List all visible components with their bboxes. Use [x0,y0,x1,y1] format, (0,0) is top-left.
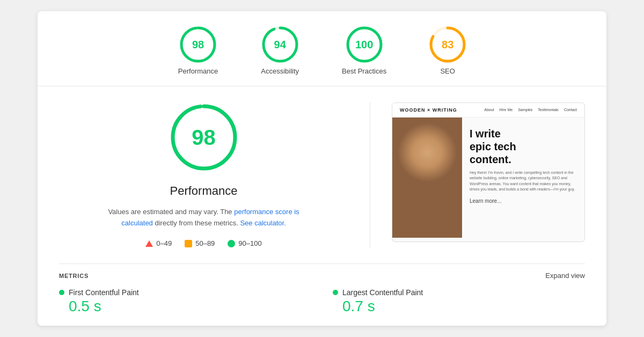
metrics-header: METRICS Expand view [59,263,585,288]
metrics-section: METRICS Expand view First Contentful Pai… [38,263,606,326]
nav-link-about: About [484,108,494,112]
headline-line3: content. [470,153,511,165]
expand-view-button[interactable]: Expand view [545,272,585,280]
score-value-seo: 83 [442,38,453,50]
metric-name-fcp: First Contentful Paint [69,288,139,297]
nav-link-samples: Samples [518,108,532,112]
perf-title: Performance [170,184,238,198]
preview-learn-more: Learn more... [470,198,577,204]
legend-item-average: 50–89 [185,239,215,247]
metric-name-lcp: Largest Contentful Paint [342,288,423,297]
score-seo[interactable]: 83 SEO [429,26,466,75]
score-value-accessibility: 94 [274,38,286,50]
score-value-best-practices: 100 [355,38,373,50]
metrics-grid: First Contentful Paint 0.5 s Largest Con… [59,288,585,315]
metric-value-fcp: 0.5 s [59,298,311,315]
dot-icon [228,240,235,247]
metrics-title: METRICS [59,273,89,279]
preview-headline: I write epic tech content. [470,127,577,166]
metric-name-row-lcp: Largest Contentful Paint [333,288,585,297]
description-text: Values are estimated and may vary. The [108,208,232,216]
nav-link-hireme: Hire Me [500,108,513,112]
preview-logo: WOODEN × WRITING [400,107,457,113]
metric-item-lcp: Largest Contentful Paint 0.7 s [333,288,585,315]
nav-link-testimonials: Testimonials [538,108,559,112]
score-accessibility[interactable]: 94 Accessibility [261,26,299,75]
score-circle-best-practices: 100 [346,26,383,63]
perf-description: Values are estimated and may vary. The p… [102,207,306,229]
main-content: 98 Performance Values are estimated and … [38,86,606,264]
score-label-best-practices: Best Practices [342,67,386,75]
legend-range-poor: 0–49 [156,239,172,247]
triangle-icon [145,240,153,247]
metric-dot-lcp [333,290,338,295]
legend-item-good: 90–100 [228,239,261,247]
score-value-performance: 98 [192,38,204,50]
score-circle-seo: 83 [429,26,466,63]
score-circle-accessibility: 94 [262,26,298,63]
big-score-circle: 98 [169,102,239,172]
preview-body: I write epic tech content. Hey there! I'… [392,118,584,238]
legend-range-average: 50–89 [195,239,215,247]
vertical-divider [370,102,370,248]
right-panel: WOODEN × WRITING About Hire Me Samples T… [392,102,585,248]
main-card: 98 Performance 94 Accessibility 100 [38,11,606,326]
score-label-seo: SEO [440,67,455,75]
left-panel: 98 Performance Values are estimated and … [59,102,348,248]
preview-face [392,118,462,238]
score-label-accessibility: Accessibility [261,67,299,75]
metric-item-fcp: First Contentful Paint 0.5 s [59,288,311,315]
description-mid-text: directly from these metrics. [155,219,238,227]
legend-row: 0–49 50–89 90–100 [145,239,261,247]
score-label-performance: Performance [178,67,218,75]
legend-range-good: 90–100 [238,239,261,247]
preview-nav-links: About Hire Me Samples Testimonials Conta… [484,108,577,112]
big-score-value: 98 [192,125,216,149]
preview-photo [392,118,462,238]
headline-line2: epic tech [470,141,516,152]
preview-body-text: Hey there! I'm Kevin, and I write compel… [470,170,577,193]
metric-name-row-fcp: First Contentful Paint [59,288,311,297]
metric-dot-fcp [59,290,64,295]
headline-line1: I write [470,128,501,140]
calculator-link[interactable]: See calculator. [240,219,286,227]
legend-item-poor: 0–49 [145,239,172,247]
score-performance[interactable]: 98 Performance [178,26,218,75]
preview-nav: WOODEN × WRITING About Hire Me Samples T… [392,103,584,118]
metric-value-lcp: 0.7 s [333,298,585,315]
preview-text-area: I write epic tech content. Hey there! I'… [462,118,584,238]
scores-row: 98 Performance 94 Accessibility 100 [38,11,606,86]
website-preview: WOODEN × WRITING About Hire Me Samples T… [392,102,585,242]
nav-link-contact: Contact [564,108,577,112]
score-circle-performance: 98 [180,26,216,63]
square-icon [185,240,192,247]
score-best-practices[interactable]: 100 Best Practices [342,26,386,75]
